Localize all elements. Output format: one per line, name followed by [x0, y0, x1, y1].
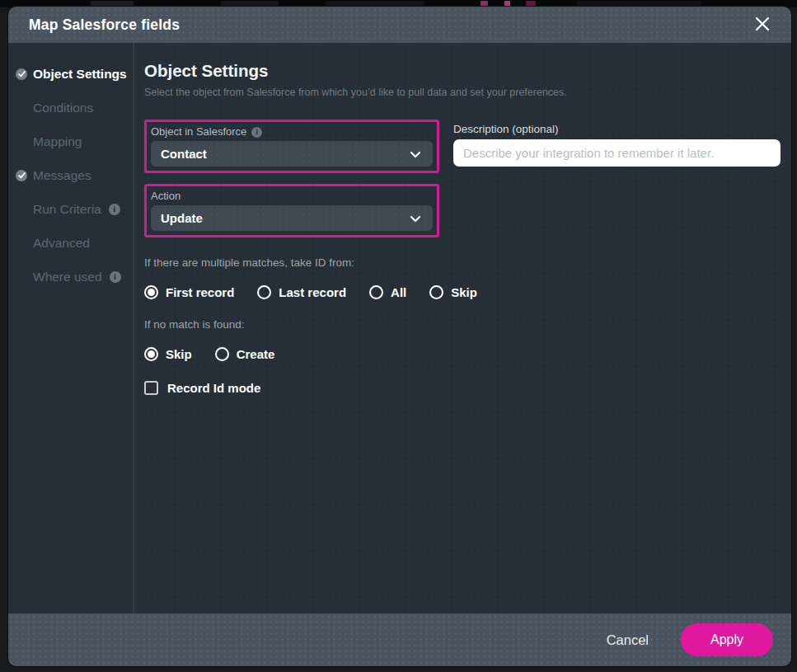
sidebar-item-label: Advanced — [33, 236, 90, 251]
radio-skip-match[interactable]: Skip — [429, 285, 477, 299]
description-input[interactable] — [453, 139, 781, 167]
apply-button[interactable]: Apply — [681, 623, 773, 656]
record-id-mode-checkbox-row[interactable]: Record Id mode — [144, 381, 781, 395]
backdrop-fragment — [526, 1, 536, 6]
chevron-down-icon — [410, 147, 421, 161]
radio-icon — [144, 347, 158, 361]
sidebar-item-messages[interactable]: Messages — [8, 158, 134, 192]
info-icon[interactable]: i — [251, 127, 262, 138]
sidebar-item-run-criteria[interactable]: Run Criteria i — [8, 192, 134, 226]
page-subtitle: Select the object from Salesforce from w… — [144, 87, 781, 98]
selected-action-value: Update — [161, 211, 410, 225]
info-icon[interactable]: i — [109, 204, 120, 215]
radio-last-record[interactable]: Last record — [257, 285, 346, 299]
sidebar-item-label: Where used — [33, 270, 102, 284]
multiple-matches-radio-group: First record Last record All Skip — [144, 285, 781, 299]
sidebar-item-advanced[interactable]: Advanced — [8, 226, 134, 260]
dialog-header: Map Salesforce fields — [8, 7, 791, 43]
close-button[interactable] — [752, 14, 773, 35]
sidebar-nav: Object Settings Conditions Mapping Messa… — [8, 43, 134, 613]
object-in-salesforce-select[interactable]: Contact — [151, 141, 433, 167]
info-icon[interactable]: i — [110, 271, 121, 283]
no-match-label: If no match is found: — [144, 318, 781, 331]
check-icon — [16, 68, 27, 80]
sidebar-item-label: Messages — [33, 168, 91, 183]
sidebar-item-label: Run Criteria — [33, 202, 101, 217]
selected-object-value: Contact — [161, 147, 410, 161]
no-match-radio-group: Skip Create — [144, 347, 781, 361]
object-in-salesforce-highlight-box: Object in Salesforcei Contact — [144, 120, 439, 173]
backdrop-fragment — [221, 1, 279, 6]
checkbox-icon[interactable] — [144, 381, 158, 395]
radio-all[interactable]: All — [369, 285, 406, 299]
radio-icon — [369, 285, 383, 299]
map-salesforce-fields-dialog: Map Salesforce fields Object Settings Co… — [8, 7, 791, 666]
radio-icon — [215, 347, 229, 361]
object-in-salesforce-label: Object in Salesforcei — [151, 125, 433, 139]
multiple-matches-label: If there are multiple matches, take ID f… — [144, 256, 781, 269]
chevron-down-icon — [410, 211, 421, 225]
action-highlight-box: Action Update — [144, 184, 439, 237]
backdrop-fragment — [91, 1, 134, 6]
backdrop-fragment — [481, 1, 488, 6]
backdrop-fragment — [504, 1, 510, 6]
cancel-button[interactable]: Cancel — [607, 632, 649, 648]
record-id-mode-label: Record Id mode — [167, 381, 260, 395]
sidebar-item-where-used[interactable]: Where used i — [8, 260, 134, 294]
page-title: Object Settings — [144, 61, 781, 81]
sidebar-item-label: Conditions — [33, 101, 93, 115]
sidebar-item-object-settings[interactable]: Object Settings — [8, 57, 134, 91]
radio-skip-no-match[interactable]: Skip — [144, 347, 192, 361]
dialog-title: Map Salesforce fields — [29, 16, 752, 34]
sidebar-item-label: Mapping — [33, 134, 82, 149]
backdrop-fragment — [577, 1, 701, 6]
description-label: Description (optional) — [453, 123, 781, 135]
check-icon — [16, 170, 27, 181]
radio-icon — [429, 285, 443, 299]
sidebar-item-mapping[interactable]: Mapping — [8, 125, 134, 158]
sidebar-item-conditions[interactable]: Conditions — [8, 91, 134, 125]
action-select[interactable]: Update — [151, 205, 433, 231]
dialog-body: Object Settings Conditions Mapping Messa… — [8, 43, 791, 613]
action-label: Action — [151, 189, 433, 203]
sidebar-item-label: Object Settings — [33, 67, 127, 82]
radio-first-record[interactable]: First record — [144, 285, 234, 299]
dialog-footer: Cancel Apply — [8, 613, 791, 666]
radio-create[interactable]: Create — [215, 347, 275, 361]
radio-icon — [144, 285, 158, 299]
backdrop-fragment — [326, 1, 424, 6]
radio-icon — [257, 285, 271, 299]
description-field-group: Description (optional) — [453, 120, 781, 167]
close-icon — [754, 16, 771, 35]
object-settings-panel: Object Settings Select the object from S… — [134, 43, 791, 613]
